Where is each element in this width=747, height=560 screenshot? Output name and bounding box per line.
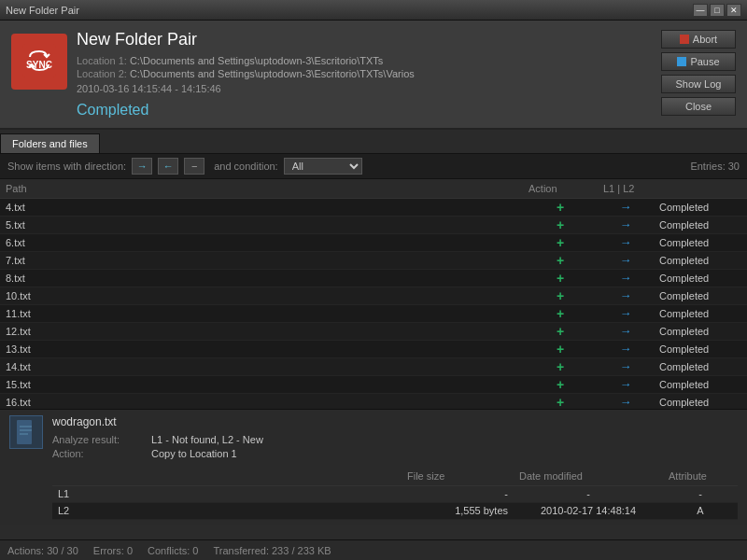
table-cell-arrow: → xyxy=(598,251,654,269)
table-row[interactable]: 13.txt+→Completed xyxy=(0,340,747,357)
maximize-button[interactable]: □ xyxy=(710,4,725,17)
detail-th-attr: Attribute xyxy=(663,467,738,485)
file-table: Path Action L1 | L2 4.txt+→Completed5.tx… xyxy=(0,179,747,409)
table-cell-action: + xyxy=(523,322,598,340)
table-cell-status: Completed xyxy=(654,216,747,233)
table-cell-path: 12.txt xyxy=(0,322,523,340)
table-cell-arrow: → xyxy=(598,393,654,409)
status-actions: Actions: 30 / 30 xyxy=(7,545,78,556)
title-bar-controls: — □ ✕ xyxy=(693,4,741,17)
table-cell-path: 11.txt xyxy=(0,304,523,322)
table-cell-action: + xyxy=(523,357,598,375)
table-row[interactable]: 5.txt+→Completed xyxy=(0,216,747,233)
table-cell-path: 16.txt xyxy=(0,393,523,409)
direction-left-button[interactable]: ← xyxy=(158,158,178,175)
svg-rect-2 xyxy=(17,420,32,444)
detail-table: File size Date modified Attribute L1---L… xyxy=(52,467,738,520)
table-cell-action: + xyxy=(523,251,598,269)
table-row[interactable]: 15.txt+→Completed xyxy=(0,375,747,393)
table-row[interactable]: 6.txt+→Completed xyxy=(0,233,747,251)
table-row[interactable]: 16.txt+→Completed xyxy=(0,393,747,409)
plus-icon: + xyxy=(557,253,564,268)
table-header-row: Path Action L1 | L2 xyxy=(0,179,747,198)
sync-icon-label: SYNC xyxy=(21,42,58,81)
condition-select[interactable]: All Completed Errors Conflicts xyxy=(284,158,362,175)
table-cell-arrow: → xyxy=(598,322,654,340)
header-info: New Folder Pair Location 1: C:\Documents… xyxy=(77,30,652,119)
close-window-button[interactable]: ✕ xyxy=(726,4,741,17)
table-cell-arrow: → xyxy=(598,357,654,375)
arrow-right-icon: → xyxy=(620,235,632,249)
table-cell-action: + xyxy=(523,287,598,304)
table-cell-arrow: → xyxy=(598,304,654,322)
table-row[interactable]: 10.txt+→Completed xyxy=(0,287,747,304)
table-row[interactable]: 4.txt+→Completed xyxy=(0,198,747,216)
arrow-right-icon: → xyxy=(620,253,632,267)
table-cell-action: + xyxy=(523,269,598,287)
close-button[interactable]: Close xyxy=(661,97,736,116)
minimize-button[interactable]: — xyxy=(693,4,708,17)
detail-loc: L2 xyxy=(52,502,402,519)
table-cell-path: 6.txt xyxy=(0,233,523,251)
arrow-right-icon: → xyxy=(620,217,632,231)
direction-none-button[interactable]: − xyxy=(184,158,204,175)
tab-folders-files[interactable]: Folders and files xyxy=(0,133,100,153)
sync-icon: SYNC xyxy=(11,34,67,90)
detail-th-datemod: Date modified xyxy=(514,467,663,485)
table-cell-status: Completed xyxy=(654,304,747,322)
table-cell-action: + xyxy=(523,216,598,233)
files-table: Path Action L1 | L2 4.txt+→Completed5.tx… xyxy=(0,179,747,409)
table-row[interactable]: 8.txt+→Completed xyxy=(0,269,747,287)
location2-value: C:\Documents and Settings\uptodown-3\Esc… xyxy=(130,68,415,79)
detail-file-icon xyxy=(9,415,43,449)
detail-action-row: Action: Copy to Location 1 xyxy=(52,448,738,459)
detail-tbody: L1---L21,555 bytes2010-02-17 14:48:14A xyxy=(52,485,738,519)
detail-th-filesize: File size xyxy=(402,467,514,485)
plus-icon: + xyxy=(557,288,564,303)
header: SYNC New Folder Pair Location 1: C:\Docu… xyxy=(0,21,747,130)
arrow-right-icon: → xyxy=(620,359,632,373)
table-cell-action: + xyxy=(523,393,598,409)
table-row[interactable]: 11.txt+→Completed xyxy=(0,304,747,322)
table-row[interactable]: 14.txt+→Completed xyxy=(0,357,747,375)
plus-icon: + xyxy=(557,359,564,374)
detail-table-row: L21,555 bytes2010-02-17 14:48:14A xyxy=(52,502,738,519)
th-path: Path xyxy=(0,179,523,198)
detail-analyze-label: Analyze result: xyxy=(52,434,146,445)
table-cell-status: Completed xyxy=(654,393,747,409)
plus-icon: + xyxy=(557,324,564,339)
plus-icon: + xyxy=(557,271,564,286)
entries-count: Entries: 30 xyxy=(690,161,740,172)
table-cell-action: + xyxy=(523,233,598,251)
table-cell-status: Completed xyxy=(654,269,747,287)
location1-line: Location 1: C:\Documents and Settings\up… xyxy=(77,55,652,66)
table-cell-status: Completed xyxy=(654,251,747,269)
arrow-right-icon: → xyxy=(620,395,632,409)
detail-table-header: File size Date modified Attribute xyxy=(52,467,738,485)
status-completed: Completed xyxy=(77,102,652,119)
status-transferred: Transferred: 233 / 233 KB xyxy=(213,545,331,556)
show-log-button[interactable]: Show Log xyxy=(661,75,736,93)
plus-icon: + xyxy=(557,395,564,410)
table-cell-action: + xyxy=(523,340,598,357)
table-cell-path: 10.txt xyxy=(0,287,523,304)
table-cell-status: Completed xyxy=(654,340,747,357)
table-cell-status: Completed xyxy=(654,287,747,304)
header-buttons: Abort Pause Show Log Close xyxy=(661,30,736,119)
direction-right-button[interactable]: → xyxy=(132,158,152,175)
detail-analyze-row: Analyze result: L1 - Not found, L2 - New xyxy=(52,434,738,445)
detail-action-label: Action: xyxy=(52,448,146,459)
table-row[interactable]: 12.txt+→Completed xyxy=(0,322,747,340)
table-row[interactable]: 7.txt+→Completed xyxy=(0,251,747,269)
plus-icon: + xyxy=(557,377,564,392)
pause-button[interactable]: Pause xyxy=(661,52,736,71)
abort-button[interactable]: Abort xyxy=(661,30,736,49)
location1-value: C:\Documents and Settings\uptodown-3\Esc… xyxy=(130,55,383,66)
tab-bar: Folders and files xyxy=(0,130,747,154)
file-tbody: 4.txt+→Completed5.txt+→Completed6.txt+→C… xyxy=(0,198,747,409)
header-title: New Folder Pair xyxy=(77,30,652,49)
location2-line: Location 2: C:\Documents and Settings\up… xyxy=(77,68,652,79)
status-errors: Errors: 0 xyxy=(93,545,133,556)
table-cell-status: Completed xyxy=(654,198,747,216)
table-cell-arrow: → xyxy=(598,269,654,287)
